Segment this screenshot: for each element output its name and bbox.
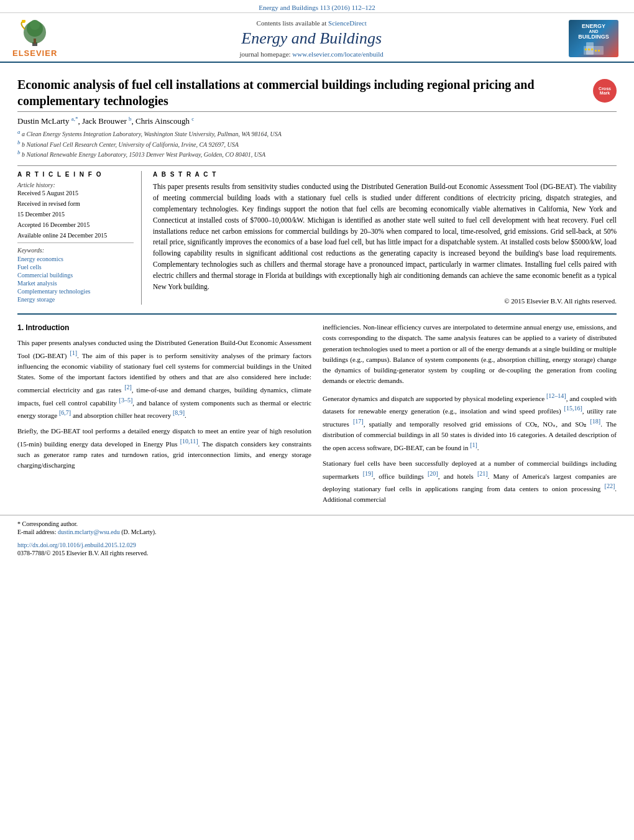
keyword-6: Energy storage [17,296,134,303]
ref-1b[interactable]: [1] [470,441,477,448]
ref-1[interactable]: [1] [70,349,77,356]
article-info: A R T I C L E I N F O Article history: R… [17,171,142,305]
abstract-section: A B S T R A C T This paper presents resu… [153,171,617,305]
abstract-text: This paper presents results from sensiti… [153,182,617,292]
ref-2[interactable]: [2] [124,384,132,390]
ref-3-5[interactable]: [3–5] [119,397,133,404]
footnote-email: E-mail address: dustin.mclarty@wsu.edu (… [17,528,617,535]
contents-line: Contents lists available at ScienceDirec… [57,19,566,27]
article-info-title: A R T I C L E I N F O [17,171,134,178]
keyword-2: Fuel cells [17,264,134,270]
svg-rect-12 [598,50,600,52]
right-para2: Generator dynamics and dispatch are supp… [323,391,617,453]
journal-citation: Energy and Buildings 113 (2016) 112–122 [259,4,375,11]
ref-19[interactable]: [19] [363,470,374,477]
email-label: E-mail address: [17,528,56,535]
header-right: ENERGY AND BUILDINGS [566,20,622,57]
ref-20[interactable]: [20] [428,470,438,477]
ref-22[interactable]: [22] [605,482,615,489]
main-content: Economic analysis of fuel cell installat… [0,63,634,305]
homepage-line: journal homepage: www.elsevier.com/locat… [57,50,566,58]
ref-17[interactable]: [17] [353,418,364,425]
body-columns: 1. Introduction This paper presents anal… [0,315,634,510]
ref-12-14[interactable]: [12–14] [546,392,566,399]
doi-link[interactable]: http://dx.doi.org/10.1016/j.enbuild.2015… [17,542,136,548]
footnote-corresponding: * Corresponding author. [17,520,617,527]
elsevier-wordmark: ELSEVIER [12,48,57,58]
ref-8-9[interactable]: [8,9] [173,409,185,416]
svg-rect-9 [588,48,590,50]
header: ELSEVIER Contents lists available at Sci… [0,13,634,63]
page: Energy and Buildings 113 (2016) 112–122 … [0,0,634,840]
ref-18[interactable]: [18] [590,418,601,425]
info-divider [17,242,134,243]
article-title: Economic analysis of fuel cell installat… [17,76,587,109]
journal-logo-box: ENERGY AND BUILDINGS [569,20,618,57]
right-column: inefficiencies. Non-linear efficiency cu… [323,322,617,510]
article-title-section: Economic analysis of fuel cell installat… [17,76,617,112]
ref-21[interactable]: [21] [477,470,488,477]
email-link[interactable]: dustin.mclarty@wsu.edu [58,528,120,535]
svg-rect-11 [595,50,597,52]
ref-6-7[interactable]: [6,7] [59,409,71,416]
crossmark-badge: CrossMark [593,79,617,103]
doi-area: http://dx.doi.org/10.1016/j.enbuild.2015… [0,539,634,559]
info-abstract-row: A R T I C L E I N F O Article history: R… [17,165,617,305]
revised-label: Received in revised form [17,200,134,207]
contents-label: Contents lists available at [257,19,327,27]
keywords-label: Keywords: [17,247,134,254]
authors: Dustin McLarty a,*, Jack Brouwer b, Chri… [17,116,617,126]
accepted-date: Accepted 16 December 2015 [17,221,134,228]
left-column: 1. Introduction This paper presents anal… [17,322,311,510]
homepage-url[interactable]: www.elsevier.com/locate/enbuild [292,50,384,58]
affiliation-c: b b National Renewable Energy Laboratory… [17,149,617,158]
footnote-area: * Corresponding author. E-mail address: … [0,515,634,539]
header-center: Contents lists available at ScienceDirec… [57,19,566,58]
ref-15-16[interactable]: [15,16] [564,405,582,412]
keyword-4: Market analysis [17,280,134,287]
svg-rect-10 [591,48,593,50]
journal-title-header: Energy and Buildings [57,29,566,48]
keyword-5: Complementary technologies [17,288,134,295]
right-para3: Stationary fuel cells have been successf… [323,458,617,505]
svg-point-3 [30,20,40,30]
svg-rect-4 [34,39,36,44]
revised-date: 15 December 2015 [17,211,134,218]
logo-line-3: BUILDINGS [578,34,609,40]
received-date: Received 5 August 2015 [17,190,134,196]
elsevier-tree-icon [12,20,57,47]
affiliation-b: b b National Fuel Cell Research Center, … [17,139,617,148]
keyword-3: Commercial buildings [17,272,134,279]
author-dustin: Dustin McLarty [17,116,71,126]
sciencedirect-link[interactable]: ScienceDirect [328,19,367,27]
available-date: Available online 24 December 2015 [17,232,134,239]
logo-line-1: ENERGY [582,23,605,29]
affiliation-a: a a Clean Energy Systems Integration Lab… [17,129,617,137]
right-para1: inefficiencies. Non-linear efficiency cu… [323,322,617,385]
elsevier-logo: ELSEVIER [12,20,57,58]
logo-line-2: AND [589,29,598,34]
intro-heading: 1. Introduction [17,322,311,334]
homepage-label: journal homepage: [239,50,290,58]
intro-para1: This paper presents analyses conducted u… [17,338,311,421]
abstract-title: A B S T R A C T [153,171,617,178]
history-label: Article history: [17,182,134,188]
email-person: (D. McLarty). [121,528,156,535]
copyright-line: © 2015 Elsevier B.V. All rights reserved… [153,297,617,305]
svg-rect-8 [585,48,587,50]
building-icon [582,41,605,55]
journal-bar: Energy and Buildings 113 (2016) 112–122 [0,0,634,13]
issn-line: 0378-7788/© 2015 Elsevier B.V. All right… [17,550,617,556]
keyword-1: Energy economics [17,256,134,262]
ref-10-11[interactable]: [10,11] [180,438,198,445]
intro-para2: Briefly, the DG-BEAT tool performs a det… [17,426,311,471]
